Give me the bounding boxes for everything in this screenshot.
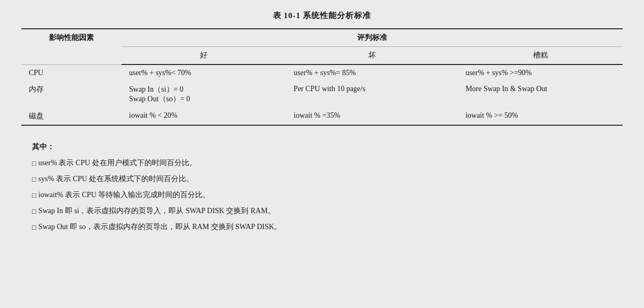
note-text: sys% 表示 CPU 处在系统模式下的时间百分比。	[38, 172, 194, 187]
list-item: □sys% 表示 CPU 处在系统模式下的时间百分比。	[32, 172, 612, 187]
terrible-header: 槽糕	[458, 47, 623, 65]
factor-column-header: 影响性能因素	[21, 29, 122, 64]
terrible-cell: More Swap In & Swap Out	[458, 81, 623, 108]
notes-section: 其中： □user% 表示 CPU 处在用户模式下的时间百分比。□sys% 表示…	[21, 137, 623, 238]
bullet-icon: □	[32, 221, 36, 234]
good-header: 好	[122, 47, 286, 65]
factor-cell: 内存	[21, 81, 122, 108]
bad-cell: Per CPU with 10 page/s	[286, 81, 458, 108]
bullet-icon: □	[32, 189, 36, 202]
performance-table: 影响性能因素 评判标准 好 坏 槽糕 CPUuser% + sys%< 70%u…	[21, 28, 623, 126]
list-item: □Swap Out 即 so，表示虚拟内存的页导出，即从 RAM 交换到 SWA…	[32, 220, 612, 234]
notes-title: 其中：	[32, 140, 612, 155]
bullet-icon: □	[32, 157, 36, 171]
list-item: □user% 表示 CPU 处在用户模式下的时间百分比。	[32, 156, 612, 171]
terrible-cell: iowait % >= 50%	[458, 108, 623, 125]
terrible-cell: user% + sys% >=90%	[458, 64, 623, 81]
factor-cell: 磁盘	[21, 108, 122, 125]
bad-cell: user% + sys%= 85%	[286, 64, 458, 81]
criteria-group-header: 评判标准	[122, 29, 623, 47]
note-text: user% 表示 CPU 处在用户模式下的时间百分比。	[38, 156, 197, 171]
note-text: iowait% 表示 CPU 等待输入输出完成时间的百分比。	[38, 188, 210, 202]
good-cell: user% + sys%< 70%	[122, 64, 286, 81]
list-item: □Swap In 即 si，表示虚拟内存的页导入，即从 SWAP DISK 交换…	[32, 204, 612, 218]
note-text: Swap Out 即 so，表示虚拟内存的页导出，即从 RAM 交换到 SWAP…	[38, 220, 281, 234]
note-text: Swap In 即 si，表示虚拟内存的页导入，即从 SWAP DISK 交换到…	[38, 204, 275, 218]
bullet-icon: □	[32, 173, 36, 187]
page-title: 表 10-1 系统性能分析标准	[21, 11, 623, 21]
list-item: □iowait% 表示 CPU 等待输入输出完成时间的百分比。	[32, 188, 612, 202]
factor-cell: CPU	[21, 64, 122, 81]
bullet-icon: □	[32, 205, 36, 218]
bad-cell: iowait % =35%	[286, 108, 458, 125]
bad-header: 坏	[286, 47, 458, 65]
notes-list: □user% 表示 CPU 处在用户模式下的时间百分比。□sys% 表示 CPU…	[32, 156, 612, 234]
good-cell: Swap In（si）= 0Swap Out（so）= 0	[122, 81, 286, 108]
good-cell: iowait % < 20%	[122, 108, 286, 125]
